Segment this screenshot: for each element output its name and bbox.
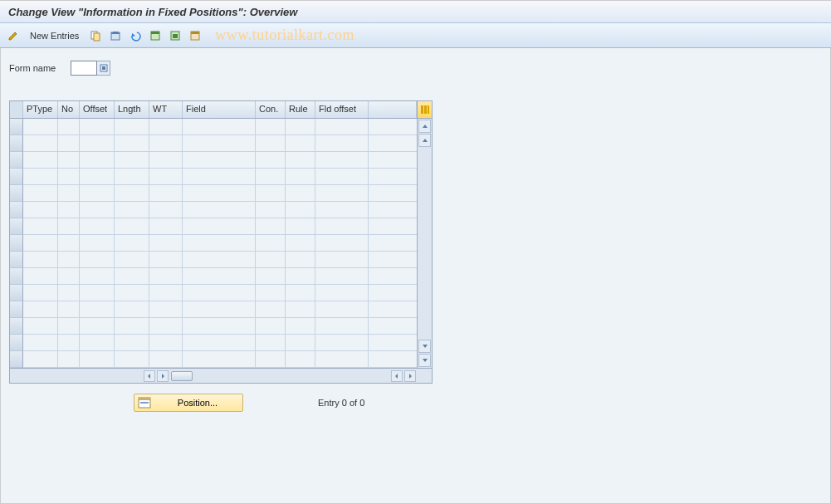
cell-offset[interactable] xyxy=(80,301,115,318)
cell-no[interactable] xyxy=(58,268,80,285)
cell-fldoffset[interactable] xyxy=(315,235,369,252)
cell-wt[interactable] xyxy=(149,235,183,252)
cell-wt[interactable] xyxy=(149,252,183,268)
row-selector[interactable] xyxy=(10,169,23,185)
cell-lngth[interactable] xyxy=(115,152,149,169)
cell-offset[interactable] xyxy=(80,335,115,351)
row-selector[interactable] xyxy=(10,285,23,301)
cell-lngth[interactable] xyxy=(115,351,149,368)
cell-no[interactable] xyxy=(58,185,80,202)
cell-rule[interactable] xyxy=(286,318,315,335)
select-all-icon[interactable] xyxy=(147,27,164,44)
scroll-right2-icon[interactable] xyxy=(404,370,416,382)
cell-field[interactable] xyxy=(183,335,256,351)
cell-rule[interactable] xyxy=(286,152,315,169)
cell-ptype[interactable] xyxy=(23,252,58,268)
cell-lngth[interactable] xyxy=(115,252,149,268)
delete-icon[interactable] xyxy=(107,27,124,44)
scroll-down2-icon[interactable] xyxy=(418,340,431,353)
search-help-icon[interactable] xyxy=(97,61,110,76)
scroll-right-icon[interactable] xyxy=(157,370,169,382)
vertical-scrollbar[interactable] xyxy=(417,119,432,368)
cell-wt[interactable] xyxy=(149,185,183,202)
cell-lngth[interactable] xyxy=(115,268,149,285)
cell-no[interactable] xyxy=(58,169,80,185)
cell-ptype[interactable] xyxy=(23,202,58,218)
cell-wt[interactable] xyxy=(149,335,183,351)
cell-field[interactable] xyxy=(183,235,256,252)
cell-rule[interactable] xyxy=(286,301,315,318)
cell-rule[interactable] xyxy=(286,135,315,152)
cell-field[interactable] xyxy=(183,119,256,135)
row-selector[interactable] xyxy=(10,202,23,218)
cell-con[interactable] xyxy=(256,119,286,135)
cell-fldoffset[interactable] xyxy=(315,202,369,218)
cell-ptype[interactable] xyxy=(23,268,58,285)
cell-rule[interactable] xyxy=(286,202,315,218)
cell-con[interactable] xyxy=(256,202,286,218)
row-selector-header[interactable] xyxy=(10,101,23,118)
cell-con[interactable] xyxy=(256,169,286,185)
cell-offset[interactable] xyxy=(80,268,115,285)
cell-wt[interactable] xyxy=(149,119,183,135)
cell-ptype[interactable] xyxy=(23,135,58,152)
scroll-left2-icon[interactable] xyxy=(391,370,403,382)
cell-fldoffset[interactable] xyxy=(315,252,369,268)
cell-ptype[interactable] xyxy=(23,218,58,235)
scroll-thumb[interactable] xyxy=(171,371,193,381)
cell-fldoffset[interactable] xyxy=(315,169,369,185)
cell-ptype[interactable] xyxy=(23,285,58,301)
cell-offset[interactable] xyxy=(80,202,115,218)
cell-con[interactable] xyxy=(256,135,286,152)
cell-lngth[interactable] xyxy=(115,235,149,252)
cell-rule[interactable] xyxy=(286,119,315,135)
cell-con[interactable] xyxy=(256,268,286,285)
cell-field[interactable] xyxy=(183,268,256,285)
scroll-down-icon[interactable] xyxy=(418,354,431,367)
cell-ptype[interactable] xyxy=(23,301,58,318)
cell-ptype[interactable] xyxy=(23,318,58,335)
cell-offset[interactable] xyxy=(80,235,115,252)
cell-rule[interactable] xyxy=(286,185,315,202)
cell-offset[interactable] xyxy=(80,185,115,202)
col-no[interactable]: No xyxy=(58,101,80,118)
cell-con[interactable] xyxy=(256,218,286,235)
row-selector[interactable] xyxy=(10,135,23,152)
cell-offset[interactable] xyxy=(80,169,115,185)
cell-no[interactable] xyxy=(58,218,80,235)
cell-fldoffset[interactable] xyxy=(315,318,369,335)
cell-con[interactable] xyxy=(256,252,286,268)
form-name-input[interactable] xyxy=(71,61,97,76)
cell-ptype[interactable] xyxy=(23,335,58,351)
cell-no[interactable] xyxy=(58,235,80,252)
cell-con[interactable] xyxy=(256,335,286,351)
cell-wt[interactable] xyxy=(149,169,183,185)
cell-lngth[interactable] xyxy=(115,169,149,185)
scroll-left-icon[interactable] xyxy=(144,370,155,382)
row-selector[interactable] xyxy=(10,119,23,135)
cell-field[interactable] xyxy=(183,218,256,235)
cell-wt[interactable] xyxy=(149,285,183,301)
cell-ptype[interactable] xyxy=(23,235,58,252)
cell-offset[interactable] xyxy=(80,318,115,335)
cell-rule[interactable] xyxy=(286,252,315,268)
cell-wt[interactable] xyxy=(149,318,183,335)
position-button[interactable]: Position... xyxy=(134,394,243,412)
toggle-change-icon[interactable] xyxy=(5,27,22,44)
col-field[interactable]: Field xyxy=(183,101,256,118)
cell-con[interactable] xyxy=(256,185,286,202)
cell-no[interactable] xyxy=(58,252,80,268)
cell-field[interactable] xyxy=(183,318,256,335)
cell-fldoffset[interactable] xyxy=(315,218,369,235)
col-lngth[interactable]: Lngth xyxy=(115,101,149,118)
cell-field[interactable] xyxy=(183,202,256,218)
cell-fldoffset[interactable] xyxy=(315,285,369,301)
cell-no[interactable] xyxy=(58,318,80,335)
cell-no[interactable] xyxy=(58,135,80,152)
cell-offset[interactable] xyxy=(80,351,115,368)
cell-lngth[interactable] xyxy=(115,218,149,235)
cell-no[interactable] xyxy=(58,285,80,301)
cell-con[interactable] xyxy=(256,318,286,335)
cell-rule[interactable] xyxy=(286,285,315,301)
row-selector[interactable] xyxy=(10,185,23,202)
